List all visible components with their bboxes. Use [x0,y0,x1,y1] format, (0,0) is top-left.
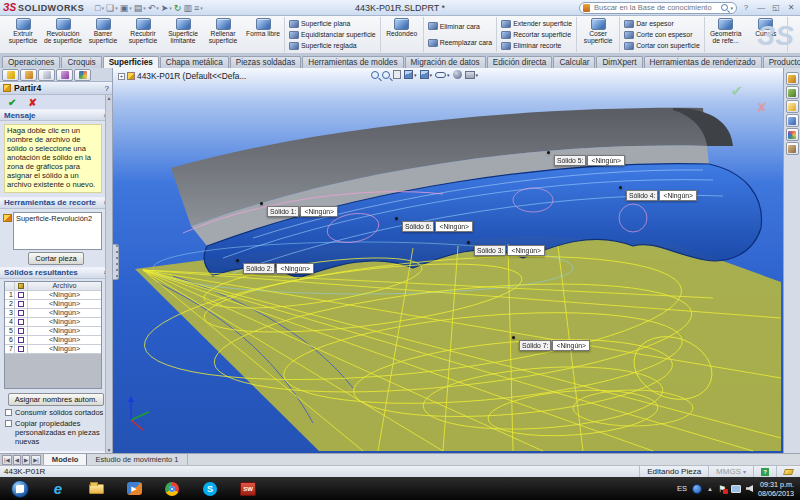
checkbox[interactable] [5,420,12,427]
corte-con-espesor-button[interactable]: Corte con espesor [622,29,702,40]
tab-superficies[interactable]: Superficies [103,56,159,68]
rebuild-button[interactable]: ↻ [174,3,182,13]
equidistanciar-superficie-button[interactable]: Equidistanciar superficie [287,29,378,40]
zoom-fit-button[interactable] [371,71,379,79]
pm-help-icon[interactable]: ? [105,84,109,93]
clock[interactable]: 09:31 p.m. 08/06/2013 [758,480,794,498]
cancel-button[interactable]: ✘ [28,97,36,108]
callout-value[interactable]: <Ningún> [587,155,624,166]
wmp-taskbar-icon[interactable]: ▶ [117,478,151,499]
callout-value[interactable]: <Ningún> [276,263,313,274]
tab-croquis[interactable]: Croquis [61,56,101,68]
language-indicator[interactable]: ES [677,484,687,493]
row-file-value[interactable]: <Ningún> [28,344,101,353]
row-file-value[interactable]: <Ningún> [28,290,101,299]
tab-productos-office[interactable]: Productos Office [763,56,800,68]
cortar-con-superficie-button[interactable]: Cortar con superficie [622,40,702,51]
tab-edicion-directa[interactable]: Edición directa [487,56,553,68]
coser-superficie-button[interactable]: Coser superficie [578,17,618,52]
tray-expand-icon[interactable]: ▲ [707,486,713,492]
units-selector[interactable]: MMGS▾ [708,466,753,477]
eliminar-cara-button[interactable]: Eliminar cara [426,21,494,32]
template-settings-group-header[interactable]: Configuración de plantilla» [0,451,112,453]
auto-assign-names-button[interactable]: Asignar nombres autom. [8,393,105,406]
design-library-tab[interactable] [786,86,799,99]
redondeo-button[interactable]: Redondeo [382,17,422,52]
checkbox[interactable] [5,409,12,416]
search-input[interactable] [592,2,719,13]
cut-part-button[interactable]: Cortar pieza [28,252,83,265]
extruir-superficie-button[interactable]: Extruir superficie [3,17,43,52]
feature-tree-flyout[interactable]: + 443K-P01R (Default<<Defa... [118,71,246,81]
rellenar-superficie-button[interactable]: Rellenar superficie [203,17,243,52]
tab-configurationmanager[interactable] [38,69,55,81]
tab-featuremanager[interactable] [2,69,19,81]
zoom-area-button[interactable] [382,71,390,79]
tab-operaciones[interactable]: Operaciones [2,56,60,68]
superficie-limitante-button[interactable]: Superficie limitante [163,17,203,52]
row-checkbox[interactable] [18,346,24,352]
superficie-plana-button[interactable]: Superficie plana [287,18,378,29]
options-button[interactable]: ≡▾ [194,3,203,13]
model-tab-estudio-de-movimiento-1[interactable]: Estudio de movimiento 1 [87,454,187,465]
start-button[interactable] [3,478,37,499]
section-view-button[interactable] [393,70,401,79]
file-properties-button[interactable]: ▥ [183,3,192,13]
panel-splitter-handle[interactable] [113,244,119,280]
resources-tab[interactable] [786,72,799,85]
pm-scrollbar[interactable]: ▲▼ [105,95,112,453]
prev-tab-button[interactable]: ◀ [13,455,21,465]
explorer-taskbar-icon[interactable] [79,478,113,499]
hide-show-items-button[interactable]: ▾ [435,72,450,78]
callout-value[interactable]: <Ningún> [300,206,337,217]
callout-value[interactable]: <Ningún> [552,340,589,351]
resulting-solids-group-header[interactable]: Sólidos resultantes» [0,267,112,279]
message-group-header[interactable]: Mensaje» [0,109,112,121]
tab-chapa-metalica[interactable]: Chapa metálica [160,56,229,68]
extender-superficie-button[interactable]: Extender superficie [499,18,574,29]
row-checkbox[interactable] [18,328,24,334]
chrome-taskbar-icon[interactable] [155,478,189,499]
restore-button[interactable]: ◱ [770,3,782,12]
trim-tools-list[interactable]: Superficie-Revolución2 [13,212,102,250]
recubrir-superficie-button[interactable]: Recubrir superficie [123,17,163,52]
tab-propertymanager[interactable] [20,69,37,81]
open-button[interactable]: ❏▾ [106,3,118,13]
appearances-tab[interactable] [786,128,799,141]
tab-piezas-soldadas[interactable]: Piezas soldadas [230,56,302,68]
callout-value[interactable]: <Ningún> [507,245,544,256]
callout-value[interactable]: <Ningún> [659,190,696,201]
view-orientation-button[interactable]: ▾ [404,70,417,79]
consume-solids-checkbox-row[interactable]: Consumir sólidos cortados [5,409,106,418]
file-explorer-tab[interactable] [786,100,799,113]
print-button[interactable]: ▤▾ [134,3,146,13]
reemplazar-cara-button[interactable]: Reemplazar cara [426,37,494,48]
confirmation-ok-icon[interactable]: ✔ [730,82,743,100]
geometria-de-refe-button[interactable]: Geometría de refe... [706,17,746,52]
row-checkbox[interactable] [18,301,24,307]
quick-tips-icon[interactable]: ? [753,466,776,477]
ie-taskbar-icon[interactable]: e [41,478,75,499]
skype-taskbar-icon[interactable]: S [193,478,227,499]
eliminar-recorte-button[interactable]: Eliminar recorte [499,40,574,51]
forma-libre-button[interactable]: Forma libre [243,17,283,52]
row-checkbox[interactable] [18,292,24,298]
row-file-value[interactable]: <Ningún> [28,335,101,344]
confirmation-cancel-icon[interactable]: ✘ [756,100,767,115]
action-center-icon[interactable]: ⚑ [718,484,726,494]
solidworks-taskbar-icon[interactable]: SW [231,478,265,499]
tag-icon[interactable] [776,466,800,477]
new-button[interactable]: □▾ [95,3,104,13]
ok-button[interactable]: ✔ [8,97,16,108]
row-checkbox[interactable] [18,337,24,343]
callout-value[interactable]: <Ningún> [435,221,472,232]
help-button[interactable]: ? [740,3,752,12]
row-checkbox[interactable] [18,319,24,325]
graphics-viewport[interactable]: + 443K-P01R (Default<<Defa... ▾ ▾ ▾ ▾ ✔ … [113,68,783,453]
barrer-superficie-button[interactable]: Barrer superficie [83,17,123,52]
row-file-value[interactable]: <Ningún> [28,299,101,308]
tab-herramientas-de-renderizado[interactable]: Herramientas de renderizado [644,56,762,68]
expand-icon[interactable]: + [118,73,125,80]
row-file-value[interactable]: <Ningún> [28,326,101,335]
knowledge-search[interactable]: ▾ [579,2,737,14]
